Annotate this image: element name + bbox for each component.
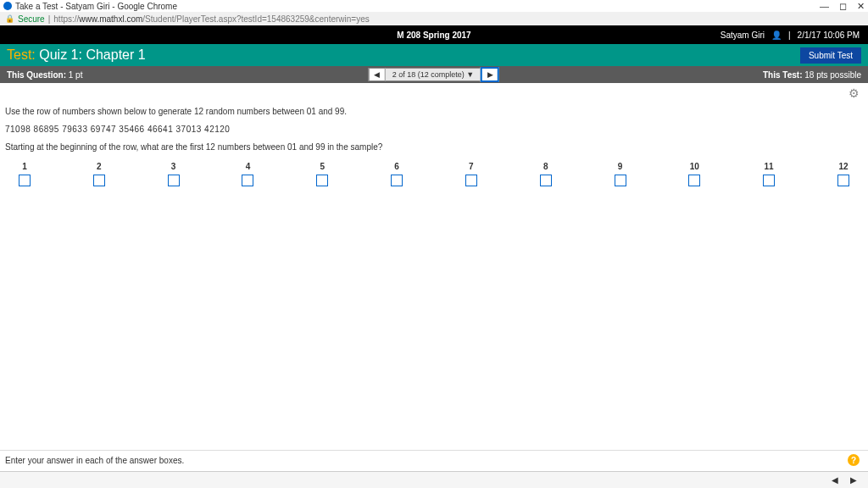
course-title: M 208 Spring 2017 [397, 30, 470, 40]
answer-col: 1 [19, 162, 31, 186]
minimize-icon[interactable]: — [820, 1, 829, 12]
answer-label: 6 [394, 162, 399, 171]
question-progress-dropdown[interactable]: 2 of 18 (12 complete) ▼ [386, 68, 481, 81]
answer-label: 1 [22, 162, 27, 171]
answer-input-12[interactable] [837, 175, 849, 186]
chrome-title-bar: Take a Test - Satyam Giri - Google Chrom… [0, 0, 868, 12]
answer-col: 3 [168, 162, 180, 186]
datetime: 2/1/17 10:06 PM [798, 30, 860, 40]
close-icon[interactable]: ✕ [857, 1, 865, 12]
answer-input-1[interactable] [19, 175, 31, 186]
help-icon[interactable]: ? [848, 454, 860, 466]
footer-hint: Enter your answer in each of the answer … [5, 456, 184, 465]
test-header: Test: Quiz 1: Chapter 1 Submit Test [0, 44, 868, 66]
bottom-prev-button[interactable]: ◀ [827, 474, 843, 486]
answer-input-3[interactable] [168, 175, 180, 186]
answer-input-4[interactable] [242, 175, 253, 186]
url-text[interactable]: https://www.mathxl.com/Student/PlayerTes… [53, 14, 369, 24]
gear-icon[interactable]: ⚙ [849, 86, 860, 100]
window-title: Take a Test - Satyam Giri - Google Chrom… [15, 2, 177, 11]
answer-col: 11 [763, 162, 775, 186]
lock-icon: 🔒 [5, 14, 14, 23]
question-content: Use the row of numbers shown below to ge… [0, 103, 868, 190]
bottom-next-button[interactable]: ▶ [846, 474, 861, 486]
answer-label: 5 [320, 162, 325, 171]
test-points: This Test: 18 pts possible [763, 70, 861, 80]
user-name: Satyam Giri [721, 30, 765, 40]
number-row: 71098 86895 79633 69747 35466 46641 3701… [5, 125, 863, 134]
answer-col: 6 [391, 162, 403, 186]
answer-input-5[interactable] [316, 175, 328, 186]
answer-col: 12 [837, 162, 849, 186]
question-points: This Question: 1 pt [7, 70, 82, 80]
footer-bar: Enter your answer in each of the answer … [0, 450, 868, 469]
answer-input-9[interactable] [615, 175, 626, 186]
prev-question-button[interactable]: ◀ [369, 68, 386, 81]
answer-input-11[interactable] [763, 175, 775, 186]
answer-input-10[interactable] [688, 175, 700, 186]
answer-label: 8 [543, 162, 548, 171]
submit-test-button[interactable]: Submit Test [800, 47, 861, 64]
question-prompt: Use the row of numbers shown below to ge… [5, 107, 863, 116]
answer-col: 10 [688, 162, 700, 186]
answer-label: 3 [171, 162, 176, 171]
answer-label: 9 [618, 162, 623, 171]
answer-col: 9 [615, 162, 626, 186]
answer-label: 4 [246, 162, 251, 171]
answer-col: 8 [540, 162, 552, 186]
url-bar: 🔒 Secure | https://www.mathxl.com/Studen… [0, 12, 868, 25]
answer-input-8[interactable] [540, 175, 552, 186]
answer-label: 7 [469, 162, 474, 171]
answer-label: 12 [838, 162, 848, 171]
answer-col: 5 [316, 162, 328, 186]
answer-col: 2 [93, 162, 105, 186]
next-question-button[interactable]: ▶ [481, 67, 499, 82]
secure-label: Secure [18, 14, 45, 24]
user-icon[interactable]: 👤 [771, 30, 782, 40]
app-header: M 208 Spring 2017 Satyam Giri 👤 | 2/1/17… [0, 25, 868, 44]
answer-input-7[interactable] [465, 175, 477, 186]
answer-input-6[interactable] [391, 175, 403, 186]
pearson-icon [3, 2, 12, 10]
answer-col: 4 [242, 162, 253, 186]
answer-label: 2 [97, 162, 102, 171]
question-nav: ◀ 2 of 18 (12 complete) ▼ ▶ [369, 67, 499, 82]
answer-label: 10 [690, 162, 699, 171]
test-title: Test: Quiz 1: Chapter 1 [7, 47, 146, 63]
question-text: Starting at the beginning of the row, wh… [5, 142, 863, 152]
answer-col: 7 [465, 162, 477, 186]
maximize-icon[interactable]: ◻ [839, 1, 847, 12]
answer-label: 11 [765, 162, 774, 171]
answer-inputs-row: 123456789101112 [5, 162, 863, 186]
question-bar: This Question: 1 pt ◀ 2 of 18 (12 comple… [0, 66, 868, 83]
answer-input-2[interactable] [93, 175, 105, 186]
bottom-nav: ◀ ▶ [0, 471, 868, 488]
